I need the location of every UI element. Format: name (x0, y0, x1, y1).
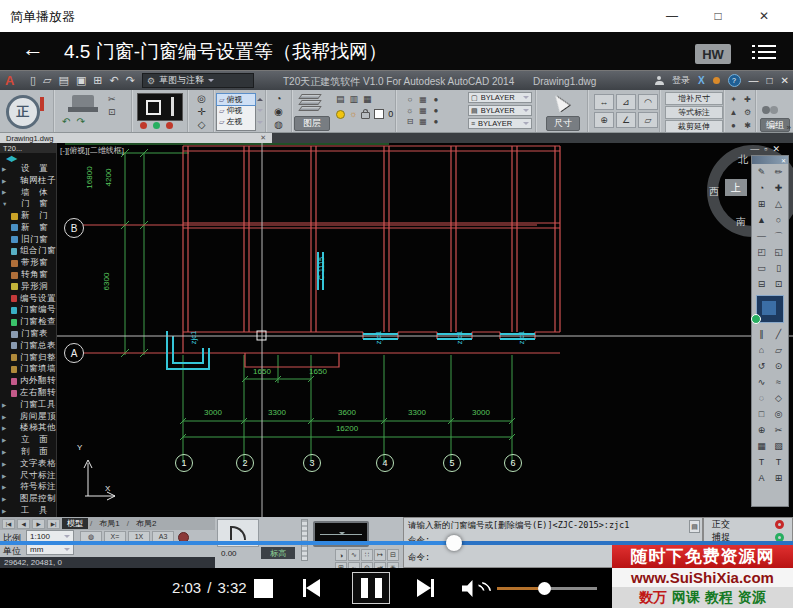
undo-icon[interactable]: ↷ (76, 116, 84, 127)
sidebar-item[interactable]: ▶ 门窗工具 (0, 399, 56, 411)
lineweight-dropdown[interactable]: ≡BYLAYER (468, 118, 532, 129)
small-tool-icon[interactable]: ✚ (741, 93, 754, 105)
autocad-logo-icon[interactable]: A (5, 73, 14, 88)
workspace-dropdown[interactable]: ⚙ 草图与注释 (142, 73, 254, 88)
exchange-apps-icon[interactable]: X (698, 75, 705, 86)
palette-icon[interactable]: ▲ (753, 212, 770, 228)
property-icon[interactable]: ▦ (417, 105, 429, 115)
dim-text-button[interactable]: 等式标注 (665, 106, 723, 119)
group-people-icon[interactable] (762, 106, 780, 116)
sidebar-item[interactable]: 异形洞 (0, 281, 56, 293)
sidebar-item[interactable]: ▶ 工 具 (0, 505, 56, 517)
palette-icon[interactable]: T (770, 454, 787, 470)
palette-icon[interactable]: ― (753, 228, 770, 244)
small-tool-icon[interactable]: ● (727, 119, 740, 131)
lock-icon[interactable] (361, 112, 370, 119)
sidebar-item[interactable]: ▶ 立 面 (0, 434, 56, 446)
status-toggle-icon[interactable]: ↦ (374, 549, 386, 561)
sidebar-item[interactable]: 门窗填墙 (0, 364, 56, 376)
volume-slider-track[interactable] (545, 587, 597, 590)
ortho-toggle[interactable]: 正交 (704, 518, 792, 531)
sidebar-item[interactable]: 新 窗 (0, 222, 56, 234)
orbit-icon[interactable]: ◍ (274, 119, 283, 130)
pause-button[interactable] (352, 572, 390, 604)
palette-icon[interactable]: ▭ (753, 260, 770, 276)
command-scroll-button[interactable]: ▤ (689, 520, 700, 533)
t20-logo-icon[interactable]: 正 (6, 95, 40, 129)
sidebar-item[interactable]: ▶ 尺寸标注 (0, 470, 56, 482)
sidebar-item[interactable]: 门窗检查 (0, 316, 56, 328)
viewcube-north[interactable]: 北 (738, 153, 748, 167)
navigate-icon[interactable]: ◎ (197, 93, 206, 104)
palette-icon[interactable]: ◇ (770, 390, 787, 406)
cad-close-button[interactable]: ✕ (781, 75, 789, 86)
sidebar-item[interactable]: 门窗归整 (0, 352, 56, 364)
tab-layout2[interactable]: 布局2 (131, 518, 161, 529)
palette-icon[interactable]: ⊡ (770, 276, 787, 292)
layers-icon[interactable] (300, 94, 322, 112)
sidebar-item[interactable]: ▶ 图层控制 (0, 493, 56, 505)
layer-tool-icon[interactable]: ▤ (336, 94, 345, 104)
sidebar-item[interactable]: 新 门 (0, 210, 56, 222)
tab-layout1[interactable]: 布局1 (94, 518, 124, 529)
scroll-down-icon[interactable] (257, 121, 263, 127)
palette-icon[interactable]: ≈ (770, 374, 787, 390)
dimension-tool-icon[interactable]: ◠ (638, 94, 658, 110)
qat-icon[interactable]: ⊞ (93, 74, 102, 87)
qat-icon[interactable]: ↶ (110, 74, 119, 87)
view-list-item[interactable]: ▱ 左视 (217, 116, 255, 127)
back-arrow-icon[interactable]: ← (22, 36, 44, 62)
dwg-close-icon[interactable]: ✕ (772, 144, 785, 154)
dimension-label-button[interactable]: 尺寸 (546, 116, 580, 131)
dimension-tool-icon[interactable]: ⊕ (594, 112, 614, 128)
red-dot-icon[interactable] (166, 122, 173, 129)
property-icon[interactable]: ○ (404, 94, 416, 104)
palette-icon[interactable]: ◌ (753, 390, 770, 406)
cad-maximize-button[interactable]: □ (767, 75, 773, 86)
palette-titlebar[interactable]: ✕ (752, 156, 788, 164)
volume-knob[interactable] (538, 582, 551, 595)
property-icon[interactable]: ● (430, 116, 442, 126)
palette-icon[interactable]: ◔ (753, 180, 770, 196)
sidebar-item[interactable]: 门窗表 (0, 328, 56, 340)
property-icon[interactable]: ⊟ (404, 116, 416, 126)
palette-icon[interactable]: T (753, 454, 770, 470)
screen-toggle-icon[interactable] (137, 93, 183, 121)
qat-icon[interactable]: ▤ (59, 74, 69, 87)
palette-icon[interactable]: ∿ (753, 374, 770, 390)
navigate-icon[interactable]: ✛ (197, 106, 205, 117)
sidebar-item[interactable]: 旧门窗 (0, 234, 56, 246)
property-icon[interactable]: ▦ (417, 116, 429, 126)
dimension-tool-icon[interactable]: ↔ (594, 94, 614, 110)
green-dot-icon[interactable] (153, 122, 160, 129)
file-tab-close-icon[interactable]: ✕ (260, 134, 266, 142)
color-dropdown[interactable]: ▢BYLAYER (468, 92, 532, 103)
palette-icon[interactable]: ⊙ (770, 358, 787, 374)
qat-icon[interactable]: ▣ (76, 74, 86, 87)
file-tab[interactable]: Drawing1.dwg ✕ (0, 133, 272, 143)
property-icon[interactable]: ● (430, 105, 442, 115)
login-button[interactable]: 登录 (672, 74, 690, 87)
bulb-icon[interactable] (336, 110, 345, 119)
palette-icon[interactable]: ▦ (753, 438, 770, 454)
small-tool-icon[interactable]: ⚙ (741, 106, 754, 118)
viewport-label[interactable]: [-][俯视][二维线框] (60, 145, 124, 156)
palette-icon[interactable]: ✎ (753, 164, 770, 180)
dwg-window-controls[interactable]: —▫✕ (750, 144, 785, 154)
palette-close-icon[interactable]: ✕ (781, 157, 786, 164)
sidebar-item[interactable]: ▶ 轴网柱子 (0, 175, 56, 187)
sidebar-item[interactable]: ▶ 墙 体 (0, 187, 56, 199)
sidebar-item[interactable]: 编号设置 (0, 293, 56, 305)
prev-tab-button[interactable]: ◀ (17, 519, 30, 529)
palette-icon[interactable]: △ (770, 196, 787, 212)
playlist-icon[interactable] (752, 45, 776, 59)
status-toggle-icon[interactable]: ∿ (348, 549, 360, 561)
small-tool-icon[interactable]: ✱ (741, 119, 754, 131)
previous-button[interactable] (303, 579, 320, 597)
clipboard-icon[interactable]: ✂ (108, 94, 116, 104)
palette-icon[interactable]: ○ (770, 212, 787, 228)
ribbon-more-button[interactable]: » (787, 123, 791, 132)
sun-icon[interactable]: ☼ (349, 110, 357, 118)
property-icon[interactable]: ☼ (404, 105, 416, 115)
color-swatch-icon[interactable] (374, 109, 384, 119)
